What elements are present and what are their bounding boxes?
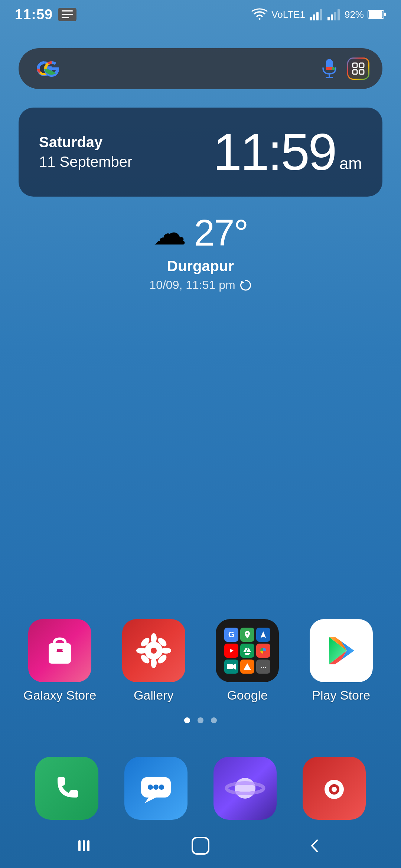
battery-percent: 92% bbox=[345, 9, 364, 20]
app-item-galaxy-store[interactable]: Galaxy Store bbox=[19, 619, 101, 703]
svg-point-46 bbox=[151, 648, 157, 654]
svg-point-39 bbox=[136, 648, 147, 654]
mini-icons-grid: G bbox=[219, 622, 276, 679]
svg-point-25 bbox=[332, 67, 335, 70]
search-bar[interactable]: G bbox=[19, 48, 382, 89]
svg-rect-31 bbox=[49, 643, 71, 664]
app-item-gallery[interactable]: Gallery bbox=[113, 619, 195, 703]
app-grid: Galaxy Store bbox=[19, 619, 382, 703]
svg-point-34 bbox=[62, 648, 66, 652]
clock-time: 11:59 bbox=[213, 126, 336, 178]
svg-rect-7 bbox=[327, 17, 330, 20]
voice-search-icon[interactable] bbox=[319, 58, 340, 79]
signal-icon-2 bbox=[327, 8, 341, 21]
clock-time-section: 11:59 am bbox=[213, 126, 362, 178]
svg-rect-6 bbox=[320, 9, 322, 20]
wifi-icon bbox=[251, 8, 268, 21]
svg-rect-70 bbox=[192, 838, 209, 854]
svg-rect-13 bbox=[369, 11, 382, 18]
clock-widget: Saturday 11 September 11:59 am bbox=[19, 108, 382, 197]
cloud-icon: ☁ bbox=[153, 216, 186, 250]
network-label: VoLTE1 bbox=[271, 9, 305, 20]
svg-point-33 bbox=[53, 648, 57, 652]
gallery-icon bbox=[122, 619, 185, 682]
svg-rect-10 bbox=[338, 9, 340, 20]
clock-date: Saturday 11 September bbox=[39, 134, 132, 170]
recent-apps-button[interactable] bbox=[70, 835, 103, 857]
nav-bar bbox=[0, 823, 401, 868]
clock-day: Saturday bbox=[39, 134, 132, 151]
svg-rect-49 bbox=[227, 664, 233, 669]
status-right: VoLTE1 92% bbox=[251, 8, 386, 21]
page-dot-3[interactable] bbox=[211, 717, 217, 723]
svg-rect-12 bbox=[384, 13, 386, 16]
weather-city: Durgapur bbox=[167, 258, 234, 274]
svg-marker-59 bbox=[145, 798, 156, 803]
page-indicators bbox=[19, 717, 382, 723]
status-time: 11:59 bbox=[15, 7, 53, 23]
play-store-icon bbox=[310, 619, 373, 682]
svg-marker-30 bbox=[241, 281, 244, 284]
galaxy-store-icon bbox=[28, 619, 91, 682]
svg-rect-69 bbox=[87, 840, 89, 851]
svg-rect-3 bbox=[310, 17, 312, 20]
google-folder-icon: G bbox=[216, 619, 279, 682]
dock-item-browser[interactable] bbox=[213, 757, 277, 820]
lens-search-icon[interactable] bbox=[347, 57, 369, 80]
svg-point-60 bbox=[235, 778, 255, 799]
google-g-icon bbox=[39, 56, 64, 81]
phone-icon bbox=[35, 757, 98, 820]
svg-rect-67 bbox=[78, 840, 81, 851]
status-bar: 11:59 VoLTE1 92% bbox=[0, 0, 401, 26]
weather-row: ☁ 27° bbox=[153, 211, 248, 254]
svg-rect-4 bbox=[313, 14, 315, 20]
gallery-label: Gallery bbox=[134, 688, 174, 703]
page-dot-2[interactable] bbox=[198, 717, 203, 723]
svg-rect-0 bbox=[62, 10, 73, 11]
galaxy-store-label: Galaxy Store bbox=[23, 688, 97, 703]
svg-point-56 bbox=[148, 785, 153, 790]
svg-rect-1 bbox=[62, 14, 73, 15]
camera-dock-icon bbox=[303, 757, 366, 820]
signal-icon-1 bbox=[309, 8, 323, 21]
back-button[interactable] bbox=[298, 835, 331, 857]
svg-rect-29 bbox=[359, 70, 364, 74]
svg-rect-24 bbox=[326, 63, 333, 67]
svg-marker-50 bbox=[233, 664, 236, 670]
google-label: Google bbox=[227, 688, 268, 703]
weather-widget: ☁ 27° Durgapur 10/09, 11:51 pm bbox=[0, 211, 401, 292]
svg-rect-28 bbox=[353, 70, 357, 74]
battery-icon bbox=[368, 9, 386, 20]
svg-point-38 bbox=[151, 658, 157, 668]
home-button[interactable] bbox=[184, 835, 217, 857]
app-item-play-store[interactable]: Play Store bbox=[300, 619, 383, 703]
clock-month: 11 September bbox=[39, 154, 132, 170]
svg-point-40 bbox=[161, 648, 171, 654]
svg-rect-26 bbox=[353, 63, 357, 68]
svg-rect-9 bbox=[334, 12, 336, 20]
dock-item-camera[interactable] bbox=[303, 757, 366, 820]
dock bbox=[0, 757, 401, 820]
svg-rect-5 bbox=[316, 12, 319, 20]
svg-point-57 bbox=[153, 785, 159, 790]
weather-updated: 10/09, 11:51 pm bbox=[149, 278, 251, 292]
page-dot-1[interactable] bbox=[184, 717, 190, 723]
browser-icon bbox=[213, 757, 277, 820]
clock-ampm: am bbox=[339, 154, 362, 178]
svg-rect-68 bbox=[83, 840, 85, 851]
weather-temp: 27° bbox=[194, 211, 248, 254]
svg-point-37 bbox=[151, 633, 157, 644]
refresh-icon bbox=[239, 279, 252, 292]
svg-rect-8 bbox=[331, 14, 333, 20]
play-store-label: Play Store bbox=[312, 688, 370, 703]
svg-point-66 bbox=[332, 787, 337, 792]
svg-rect-2 bbox=[62, 17, 69, 18]
app-item-google[interactable]: G bbox=[206, 619, 289, 703]
messages-icon bbox=[124, 757, 188, 820]
dock-item-phone[interactable] bbox=[35, 757, 98, 820]
svg-rect-27 bbox=[359, 63, 364, 68]
dock-item-messages[interactable] bbox=[124, 757, 188, 820]
notification-icon bbox=[58, 8, 76, 21]
svg-point-58 bbox=[159, 785, 164, 790]
app-grid-section: Galaxy Store bbox=[0, 619, 401, 727]
